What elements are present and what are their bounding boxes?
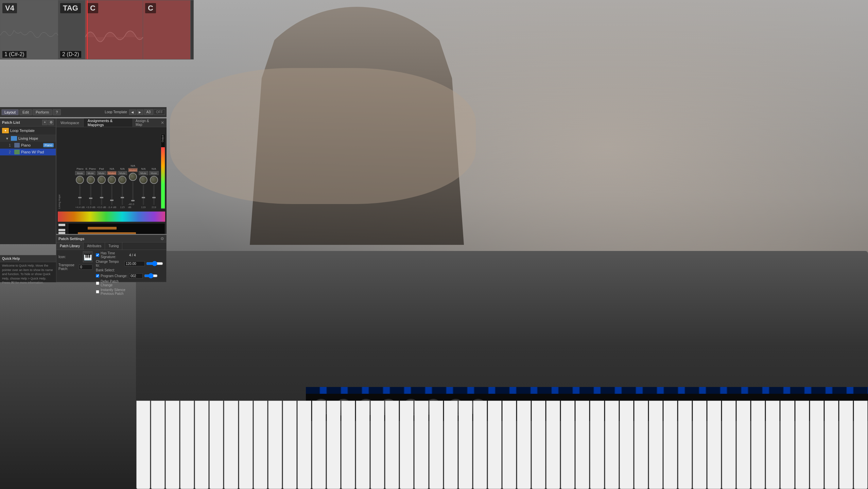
a3-btn[interactable]: A3 bbox=[144, 109, 153, 115]
segment-tag[interactable]: TAG 2 (D-2) bbox=[58, 0, 85, 59]
white-key[interactable] bbox=[195, 401, 209, 489]
living-hope-folder[interactable]: ▼ Living Hope bbox=[0, 135, 56, 142]
assignments-tab[interactable]: Assignments & Mappings bbox=[84, 118, 133, 127]
white-key[interactable] bbox=[546, 401, 560, 489]
white-key[interactable] bbox=[663, 401, 677, 489]
tuning-tab[interactable]: Tuning bbox=[105, 242, 122, 250]
white-key[interactable] bbox=[268, 401, 282, 489]
segment-v4[interactable]: V4 1 (C#-2) bbox=[0, 0, 58, 59]
layout-btn[interactable]: Layout bbox=[1, 109, 19, 115]
white-key[interactable] bbox=[795, 401, 809, 489]
white-key[interactable] bbox=[854, 401, 868, 489]
white-key[interactable] bbox=[590, 401, 604, 489]
na2-mute-btn[interactable]: Mute bbox=[118, 171, 127, 175]
white-key[interactable] bbox=[649, 401, 663, 489]
perform-btn[interactable]: Perform bbox=[33, 109, 52, 115]
na3-fader[interactable] bbox=[132, 182, 134, 202]
off-btn[interactable]: OFF bbox=[154, 109, 165, 115]
white-key[interactable] bbox=[473, 401, 487, 489]
white-key[interactable] bbox=[810, 401, 824, 489]
tempo-slider[interactable] bbox=[146, 261, 163, 266]
white-key[interactable] bbox=[824, 401, 838, 489]
defer-checkbox[interactable] bbox=[96, 282, 99, 285]
white-key[interactable] bbox=[458, 401, 472, 489]
white-key[interactable] bbox=[356, 401, 370, 489]
white-key[interactable] bbox=[166, 401, 179, 489]
white-key[interactable] bbox=[136, 401, 150, 489]
white-key[interactable] bbox=[488, 401, 502, 489]
white-key[interactable] bbox=[444, 401, 458, 489]
workspace-close-btn[interactable]: ✕ bbox=[159, 118, 167, 127]
nav-back-btn[interactable]: ◀ bbox=[129, 109, 136, 115]
white-key[interactable] bbox=[693, 401, 707, 489]
add-patch-btn[interactable]: + bbox=[42, 120, 48, 125]
white-key[interactable] bbox=[707, 401, 721, 489]
na5-knob[interactable] bbox=[150, 176, 158, 184]
edit-btn[interactable]: Edit bbox=[19, 109, 32, 115]
white-key[interactable] bbox=[766, 401, 780, 489]
pad-fader[interactable] bbox=[101, 185, 102, 205]
white-key[interactable] bbox=[151, 401, 165, 489]
epiano-knob[interactable] bbox=[87, 176, 95, 184]
piano-pad-patch-item[interactable]: 2 Piano W/ Pad bbox=[0, 149, 56, 155]
piano-mute-btn[interactable]: Mute bbox=[75, 171, 85, 175]
white-key[interactable] bbox=[736, 401, 750, 489]
white-key[interactable] bbox=[517, 401, 531, 489]
white-key[interactable] bbox=[327, 401, 341, 489]
piano-patch-item[interactable]: 1 Piano Piano bbox=[0, 142, 56, 149]
white-key[interactable] bbox=[532, 401, 545, 489]
na5-fader[interactable] bbox=[153, 185, 155, 205]
workspace-tab[interactable]: Workspace bbox=[56, 118, 84, 127]
white-key[interactable] bbox=[605, 401, 619, 489]
settings-gear-icon[interactable]: ⚙ bbox=[160, 236, 164, 241]
white-key[interactable] bbox=[634, 401, 648, 489]
white-key[interactable] bbox=[780, 401, 794, 489]
piano-knob[interactable] bbox=[76, 176, 84, 184]
white-key[interactable] bbox=[385, 401, 399, 489]
na5-mute-btn[interactable]: Mute bbox=[149, 171, 159, 175]
white-key[interactable] bbox=[575, 401, 589, 489]
white-key[interactable] bbox=[209, 401, 223, 489]
na1-mute-btn[interactable]: Muted bbox=[107, 171, 117, 175]
white-key[interactable] bbox=[180, 401, 194, 489]
white-key[interactable] bbox=[370, 401, 384, 489]
program-change-checkbox[interactable] bbox=[96, 274, 99, 277]
time-sig-checkbox[interactable] bbox=[96, 253, 99, 257]
nav-fwd-btn[interactable]: ▶ bbox=[137, 109, 143, 115]
na4-mute-btn[interactable]: Mute bbox=[139, 171, 148, 175]
white-key[interactable] bbox=[561, 401, 575, 489]
patch-settings-btn[interactable]: ⚙ bbox=[48, 120, 54, 125]
segment-c2[interactable]: C bbox=[143, 0, 191, 59]
white-key[interactable] bbox=[429, 401, 443, 489]
pad-knob[interactable] bbox=[98, 176, 106, 184]
loop-template-item[interactable]: ▼ Loop Template bbox=[0, 127, 56, 135]
piano-fader[interactable] bbox=[79, 185, 81, 205]
silence-checkbox[interactable] bbox=[96, 290, 99, 293]
white-key[interactable] bbox=[400, 401, 414, 489]
pad-mute-btn[interactable]: Mute bbox=[97, 171, 106, 175]
white-key[interactable] bbox=[297, 401, 311, 489]
white-key[interactable] bbox=[414, 401, 428, 489]
white-key[interactable] bbox=[283, 401, 297, 489]
white-key[interactable] bbox=[224, 401, 238, 489]
attributes-tab[interactable]: Attributes bbox=[84, 242, 105, 250]
white-key[interactable] bbox=[620, 401, 633, 489]
segment-c1[interactable]: C bbox=[85, 0, 143, 59]
tempo-input[interactable] bbox=[124, 261, 145, 266]
mini-piano-roll[interactable] bbox=[58, 223, 165, 234]
icon-preview[interactable]: 🎹 bbox=[83, 251, 92, 262]
info-btn[interactable]: ? bbox=[53, 109, 61, 115]
white-key[interactable] bbox=[502, 401, 516, 489]
na2-fader[interactable] bbox=[122, 185, 123, 205]
transpose-input[interactable] bbox=[79, 265, 92, 270]
na4-fader[interactable] bbox=[143, 185, 144, 205]
white-key[interactable] bbox=[239, 401, 253, 489]
white-key[interactable] bbox=[254, 401, 267, 489]
program-change-slider[interactable] bbox=[144, 273, 158, 279]
na1-fader[interactable] bbox=[111, 185, 112, 205]
na2-knob[interactable] bbox=[118, 176, 126, 184]
epiano-mute-btn[interactable]: Mute bbox=[86, 171, 96, 175]
na3-mute-btn[interactable]: Muted bbox=[128, 168, 138, 172]
white-key[interactable] bbox=[341, 401, 355, 489]
white-key[interactable] bbox=[722, 401, 736, 489]
